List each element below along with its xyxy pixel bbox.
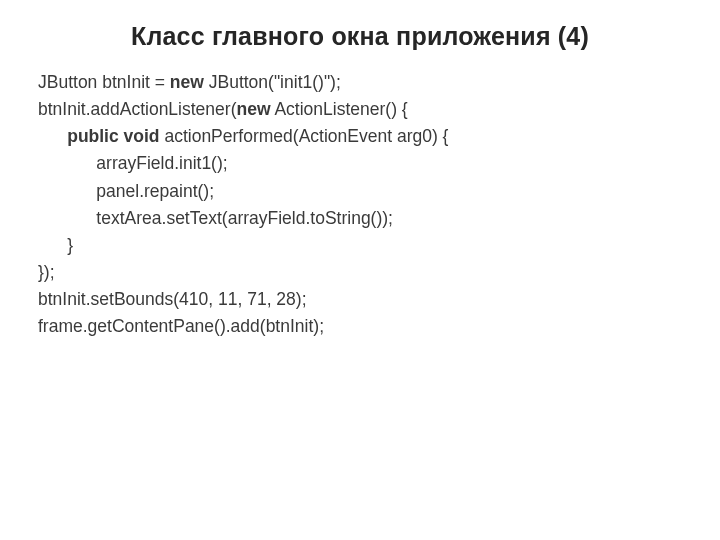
code-line: textArea.setText(arrayField.toString()); [38,208,393,228]
code-line: btnInit.addActionListener(new ActionList… [38,99,408,119]
code-text: actionPerformed(ActionEvent arg0) { [160,126,449,146]
code-text: ActionListener() { [271,99,408,119]
code-line: btnInit.setBounds(410, 11, 71, 28); [38,289,307,309]
keyword: new [236,99,270,119]
slide: Класс главного окна приложения (4) JButt… [0,0,720,540]
code-line: frame.getContentPane().add(btnInit); [38,316,324,336]
code-text: JButton btnInit = [38,72,170,92]
code-text [38,126,67,146]
keyword: public void [67,126,159,146]
code-text: JButton("init1()"); [204,72,341,92]
code-line: }); [38,262,55,282]
keyword: new [170,72,204,92]
code-block: JButton btnInit = new JButton("init1()")… [38,69,682,340]
slide-title: Класс главного окна приложения (4) [38,22,682,51]
code-line: panel.repaint(); [38,181,214,201]
code-line: JButton btnInit = new JButton("init1()")… [38,72,341,92]
code-line: } [38,235,73,255]
code-line: arrayField.init1(); [38,153,228,173]
code-line: public void actionPerformed(ActionEvent … [38,126,448,146]
code-text: btnInit.addActionListener( [38,99,236,119]
